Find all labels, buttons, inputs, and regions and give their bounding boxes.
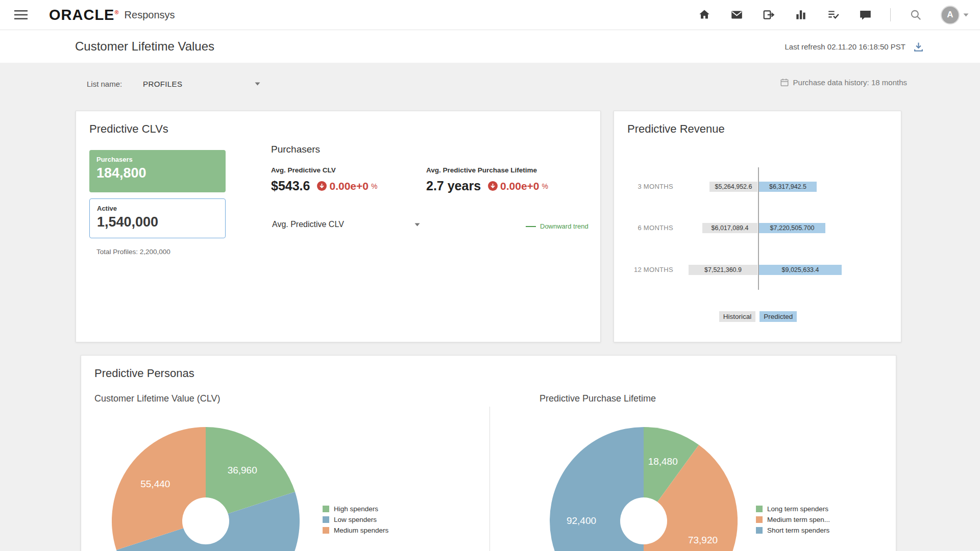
legend-label: Long term spenders	[767, 505, 828, 513]
legend-swatch-icon	[323, 516, 329, 523]
trend-legend: Downward trend	[526, 222, 589, 230]
triangle-down-icon	[414, 223, 420, 227]
predicted-bar: $6,317,942.5	[759, 182, 817, 192]
registered-mark-icon: ®	[114, 9, 119, 15]
svg-text:92,400: 92,400	[567, 515, 596, 526]
download-icon[interactable]	[913, 41, 924, 52]
metric-label: Avg. Predictive CLV	[271, 166, 377, 174]
topbar-divider	[890, 8, 891, 21]
legend-swatch-icon	[756, 516, 763, 523]
legend-item: Medium term spen...	[756, 516, 830, 523]
svg-text:18,480: 18,480	[648, 456, 678, 467]
revenue-legend: Historical Predicted	[627, 311, 889, 322]
topbar-actions: A	[697, 6, 969, 24]
down-arrow-circle-icon	[317, 181, 327, 191]
search-icon[interactable]	[909, 8, 923, 22]
legend-swatch-icon	[756, 527, 763, 534]
predictive-personas-card: Predictive Personas Customer Lifetime Va…	[81, 355, 896, 551]
chevron-down-icon[interactable]	[963, 13, 969, 17]
down-arrow-circle-icon	[488, 181, 498, 191]
legend-label: Medium spenders	[334, 527, 388, 534]
profile-menu[interactable]: A	[941, 6, 969, 24]
change-unit: %	[371, 182, 377, 190]
metric-value: 2.7 years	[426, 179, 481, 193]
purchase-history-label: Purchase data history: 18 months	[793, 78, 907, 87]
predicted-bar: $7,220,505.700	[759, 223, 825, 233]
topbar: ORACLE® Responsys A	[0, 0, 980, 30]
avg-predictive-purchase-lifetime-metric: Avg. Predictive Purchase Lifetime 2.7 ye…	[426, 166, 548, 193]
purchasers-section-title: Purchasers	[271, 144, 320, 155]
tasks-icon[interactable]	[826, 8, 840, 22]
mail-icon[interactable]	[729, 8, 744, 22]
metric-label: Avg. Predictive Purchase Lifetime	[426, 166, 548, 174]
lifetime-donut: 18,48073,92092,400	[550, 427, 738, 551]
analytics-icon[interactable]	[794, 8, 808, 22]
predictive-revenue-title: Predictive Revenue	[627, 122, 725, 136]
metric-select-value: Avg. Predictive CLV	[272, 220, 344, 229]
trend-line-icon	[526, 226, 536, 227]
purchase-lifetime-chart-title: Predictive Purchase Lifetime	[540, 393, 656, 404]
oracle-logo: ORACLE®	[49, 7, 119, 23]
home-icon[interactable]	[697, 8, 712, 22]
revenue-plot: Historical Predicted 3 MONTHS$5,264,952.…	[627, 166, 889, 335]
legend-label: High spenders	[334, 505, 378, 513]
predictive-revenue-card: Predictive Revenue Historical Predicted …	[614, 111, 901, 342]
metric-select[interactable]: Avg. Predictive CLV	[272, 220, 420, 229]
list-name-value: PROFILES	[143, 80, 182, 88]
legend-item: Short term spenders	[756, 527, 830, 534]
revenue-category-label: 6 MONTHS	[627, 223, 673, 233]
legend-item: Medium spenders	[323, 527, 388, 534]
avatar[interactable]: A	[941, 6, 960, 24]
programs-icon[interactable]	[762, 8, 776, 22]
trend-legend-label: Downward trend	[540, 222, 589, 230]
oracle-wordmark: ORACLE	[49, 7, 114, 23]
metric-value: $543.6	[271, 179, 310, 193]
predicted-bar: $9,025,633.4	[759, 265, 842, 275]
legend-historical[interactable]: Historical	[719, 311, 756, 322]
historical-bar: $7,521,360.9	[689, 265, 757, 275]
legend-swatch-icon	[323, 506, 329, 512]
predictive-personas-title: Predictive Personas	[94, 367, 194, 380]
change-value: 0.00e+0	[500, 180, 540, 192]
list-name-select[interactable]: PROFILES	[143, 77, 260, 90]
purchasers-tile-value: 184,800	[96, 165, 218, 181]
legend-item: Low spenders	[323, 516, 388, 523]
predictive-clvs-card: Predictive CLVs Purchasers 184,800 Activ…	[76, 111, 601, 342]
calendar-icon	[780, 78, 789, 87]
list-name-label: List name:	[87, 80, 122, 88]
menu-icon[interactable]	[14, 10, 28, 20]
metric-change: 0.00e+0 %	[317, 180, 377, 192]
purchasers-tile-label: Purchasers	[96, 156, 218, 163]
svg-text:36,960: 36,960	[228, 465, 257, 475]
active-tile-label: Active	[97, 205, 218, 212]
metric-change: 0.00e+0 %	[488, 180, 548, 192]
avg-predictive-clv-metric: Avg. Predictive CLV $543.6 0.00e+0 %	[271, 166, 377, 193]
total-profiles-label: Total Profiles: 2,200,000	[96, 248, 170, 256]
legend-label: Medium term spen...	[767, 516, 830, 523]
product-name: Responsys	[125, 9, 175, 21]
revenue-category-label: 12 MONTHS	[627, 265, 673, 275]
purchase-history: Purchase data history: 18 months	[780, 78, 907, 87]
page-header: Customer Lifetime Values Last refresh 02…	[0, 30, 980, 63]
last-refresh-label: Last refresh 02.11.20 16:18:50 PST	[785, 42, 905, 51]
change-value: 0.00e+0	[329, 180, 369, 192]
purchasers-tile[interactable]: Purchasers 184,800	[89, 150, 226, 192]
clv-donut: 36,96092,40055,440	[112, 427, 300, 551]
legend-label: Low spenders	[334, 516, 377, 523]
revenue-category-label: 3 MONTHS	[627, 182, 673, 192]
svg-text:73,920: 73,920	[688, 535, 718, 545]
legend-swatch-icon	[756, 506, 763, 512]
active-tile[interactable]: Active 1,540,000	[89, 198, 226, 238]
clv-legend: High spendersLow spendersMedium spenders	[323, 505, 388, 534]
legend-item: Long term spenders	[756, 505, 830, 513]
personas-divider	[489, 407, 490, 551]
legend-item: High spenders	[323, 505, 388, 513]
clv-chart-title: Customer Lifetime Value (CLV)	[94, 393, 220, 404]
lifetime-legend: Long term spendersMedium term spen...Sho…	[756, 505, 830, 534]
feedback-icon[interactable]	[858, 8, 872, 22]
triangle-down-icon	[255, 82, 260, 86]
historical-bar: $5,264,952.6	[709, 182, 757, 192]
page-title: Customer Lifetime Values	[75, 39, 214, 54]
legend-predicted[interactable]: Predicted	[760, 311, 797, 322]
legend-label: Short term spenders	[767, 527, 829, 534]
